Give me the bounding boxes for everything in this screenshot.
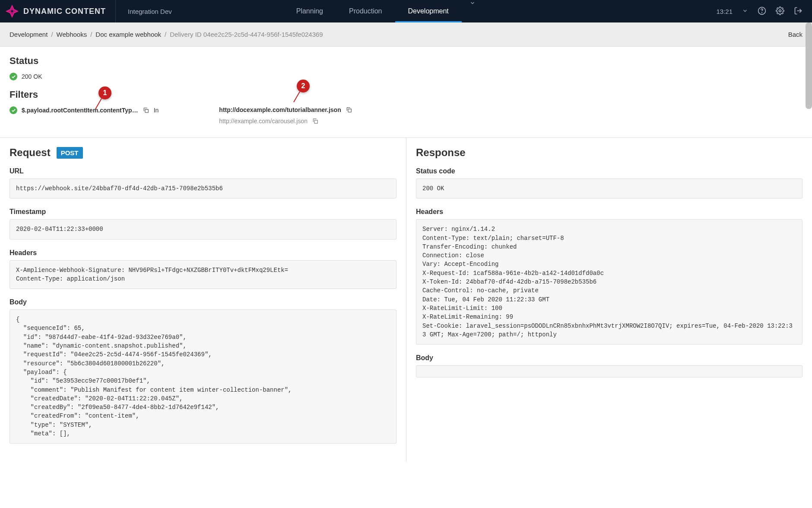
timestamp-label: Timestamp <box>10 208 396 216</box>
filters-heading: Filters <box>10 89 802 100</box>
help-icon[interactable] <box>758 6 766 16</box>
filter-url-1: http://docexample.com/tutorialbanner.jso… <box>219 106 341 113</box>
back-button[interactable]: Back <box>788 31 802 38</box>
response-headers-box[interactable]: Server: nginx/1.14.2 Content-Type: text/… <box>416 219 802 345</box>
svg-point-0 <box>11 10 13 13</box>
filters-row: $.payload.rootContentItem.contentTyp… In… <box>10 106 802 125</box>
copy-icon[interactable] <box>346 106 352 113</box>
request-headers-label: Headers <box>10 249 396 257</box>
tab-planning[interactable]: Planning <box>283 0 336 22</box>
filter-values: http://docexample.com/tutorialbanner.jso… <box>219 106 352 125</box>
svg-point-2 <box>762 12 762 13</box>
request-heading: Request <box>10 147 51 159</box>
crumb-current: Delivery ID 04ee2c25-2c5d-4474-956f-1545… <box>170 31 323 38</box>
breadcrumb: Development / Webhooks / Doc example web… <box>0 22 812 47</box>
request-body-label: Body <box>10 298 396 306</box>
request-timestamp-box[interactable]: 2020-02-04T11:22:33+0000 <box>10 219 396 239</box>
hub-name[interactable]: Integration Dev <box>116 8 184 15</box>
response-headers-label: Headers <box>416 208 802 216</box>
svg-point-3 <box>779 10 781 12</box>
product-name: DYNAMIC CONTENT <box>23 7 106 16</box>
status-line: 200 OK <box>10 73 802 80</box>
check-circle-icon <box>10 73 17 80</box>
request-url-box[interactable]: https://webhook.site/24bbaf70-df4d-42db-… <box>10 179 396 198</box>
chevron-down-icon[interactable] <box>742 8 748 15</box>
response-body-label: Body <box>416 354 802 362</box>
response-status-box[interactable]: 200 OK <box>416 179 802 198</box>
tab-development[interactable]: Development <box>395 0 462 22</box>
callout-2: 2 <box>297 80 310 93</box>
response-column: Response Status code 200 OK Headers Serv… <box>406 138 812 462</box>
filter-condition: $.payload.rootContentItem.contentTyp… In <box>10 106 159 114</box>
nav-tabs: Planning Production Development <box>283 0 476 22</box>
columns: Request POST URL https://webhook.site/24… <box>0 138 812 462</box>
crumb-development[interactable]: Development <box>10 31 48 38</box>
topbar: DYNAMIC CONTENT Integration Dev Planning… <box>0 0 812 22</box>
status-text: 200 OK <box>22 73 42 80</box>
svg-rect-6 <box>348 109 351 112</box>
request-headers-box[interactable]: X-Amplience-Webhook-Signature: NHV96PRsl… <box>10 260 396 289</box>
copy-icon[interactable] <box>143 107 149 114</box>
url-label: URL <box>10 167 396 175</box>
svg-rect-7 <box>314 120 317 123</box>
logo-icon <box>5 4 19 18</box>
topbar-right: 13:21 <box>716 6 812 16</box>
tab-production[interactable]: Production <box>336 0 395 22</box>
check-circle-icon <box>10 106 17 114</box>
copy-icon[interactable] <box>312 118 319 125</box>
response-body-box[interactable] <box>416 365 802 377</box>
clock-display: 13:21 <box>716 8 733 15</box>
filter-url-row-2: http://example.com/carousel.json <box>219 118 352 125</box>
crumb-webhooks[interactable]: Webhooks <box>57 31 87 38</box>
filter-url-row-1: http://docexample.com/tutorialbanner.jso… <box>219 106 352 113</box>
filter-jsonpath: $.payload.rootContentItem.contentTyp… <box>22 107 138 114</box>
request-body-box[interactable]: { "sequenceId": 65, "id": "987d44d7-eabe… <box>10 310 396 444</box>
gear-icon[interactable] <box>776 6 784 16</box>
crumb-webhook-name[interactable]: Doc example webhook <box>95 31 161 38</box>
method-badge: POST <box>57 147 83 159</box>
callout-1: 1 <box>98 86 111 99</box>
content: Status 200 OK Filters 1 2 $.payload.root… <box>0 47 812 508</box>
logo[interactable]: DYNAMIC CONTENT <box>0 0 115 22</box>
response-heading: Response <box>416 147 466 159</box>
request-column: Request POST URL https://webhook.site/24… <box>0 138 406 462</box>
svg-rect-5 <box>145 109 148 112</box>
status-code-label: Status code <box>416 167 802 175</box>
logout-icon[interactable] <box>794 6 802 16</box>
filter-operator: In <box>154 107 159 114</box>
chevron-down-icon[interactable] <box>469 0 476 22</box>
filter-url-2: http://example.com/carousel.json <box>219 118 308 125</box>
status-heading: Status <box>10 55 802 67</box>
